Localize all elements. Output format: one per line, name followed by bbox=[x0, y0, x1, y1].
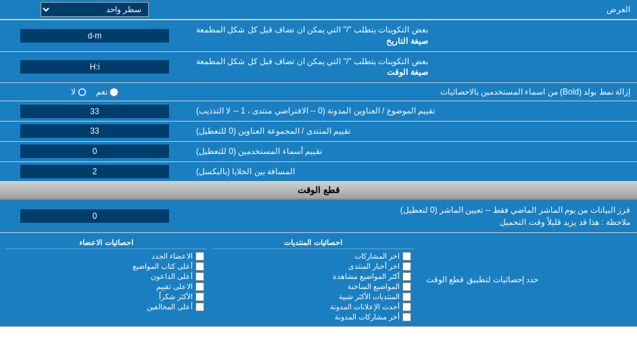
stats-members-label-0[interactable]: الاعضاء الجدد bbox=[151, 252, 193, 261]
stats-members-label-2[interactable]: أعلى الداعون bbox=[151, 272, 193, 281]
time-format-label: بعض التكوينات يتطلب "/" التي يمكن ان تضا… bbox=[189, 52, 637, 83]
stats-members-item-5: أعلى المخالفين bbox=[5, 302, 207, 312]
stats-members-checkbox-1[interactable] bbox=[195, 262, 204, 271]
stats-posts-label-5[interactable]: أحدث الإعلانات المدونة bbox=[330, 303, 400, 311]
forum-topic-align-input-wrap bbox=[0, 101, 189, 121]
stats-members-item-0: الاعضاء الجدد bbox=[5, 251, 207, 261]
cell-spacing-row: المسافة بين الخلايا (بالبكسل) bbox=[0, 162, 637, 182]
forum-topic-align-input[interactable] bbox=[20, 105, 169, 118]
stats-posts-item-0: اخر المشاركات bbox=[212, 251, 414, 261]
cell-spacing-label: المسافة بين الخلايا (بالبكسل) bbox=[189, 162, 637, 182]
forum-group-align-row: تقييم المنتدى / المجموعة العناوين (0 للت… bbox=[0, 122, 637, 142]
bold-remove-options: نعم لا bbox=[0, 84, 189, 99]
stats-posts-label-4[interactable]: المنتديات الأكثر شبية bbox=[339, 292, 400, 301]
stats-posts-checkbox-4[interactable] bbox=[402, 292, 411, 301]
stats-posts-item-5: أحدث الإعلانات المدونة bbox=[212, 302, 414, 312]
bold-remove-row: إزالة نمط بولد (Bold) من اسماء المستخدمي… bbox=[0, 83, 637, 101]
stats-members-checkbox-3[interactable] bbox=[195, 282, 204, 291]
stats-grid: احصائيات المنتديات اخر المشاركات اخر أخب… bbox=[5, 237, 414, 322]
time-cutoff-input-wrap bbox=[0, 200, 189, 232]
bold-remove-yes-label[interactable]: نعم bbox=[96, 87, 118, 97]
date-format-input-wrap bbox=[0, 20, 189, 51]
stats-members-checkbox-0[interactable] bbox=[195, 252, 204, 261]
time-format-input[interactable] bbox=[20, 60, 169, 74]
usernames-align-label: تقييم أسماء المستخدمين (0 للتعطيل) bbox=[189, 142, 637, 161]
stats-posts-checkbox-3[interactable] bbox=[402, 282, 411, 291]
usernames-align-input-wrap bbox=[0, 142, 189, 161]
stats-posts-checkbox-2[interactable] bbox=[402, 272, 411, 281]
time-cutoff-section-header: قطع الوقت bbox=[0, 182, 637, 200]
forum-topic-align-label: تقييم الموضوع / العناوين المدونة (0 -- ا… bbox=[189, 101, 637, 121]
stats-members-item-4: الأكثر شكراً bbox=[5, 292, 207, 302]
bold-remove-yes-radio[interactable] bbox=[110, 88, 118, 97]
stats-posts-item-6: أخر مشاركات المدونة bbox=[212, 312, 414, 322]
stats-posts-checkbox-6[interactable] bbox=[402, 313, 411, 321]
stats-members-item-1: أعلى كتاب المواضيع bbox=[5, 261, 207, 271]
display-label: العرض bbox=[189, 1, 637, 18]
bold-remove-label: إزالة نمط بولد (Bold) من اسماء المستخدمي… bbox=[189, 83, 637, 101]
stats-members-item-3: الاعلى تقييم bbox=[5, 282, 207, 292]
stats-posts-label-6[interactable]: أخر مشاركات المدونة bbox=[335, 313, 400, 321]
date-format-row: بعض التكوينات يتطلب "/" التي يمكن ان تضا… bbox=[0, 20, 637, 52]
stats-posts-checkbox-5[interactable] bbox=[402, 303, 411, 311]
stats-section-row: حدد إحصائيات لتطبيق قطع الوقت احصائيات ا… bbox=[0, 233, 637, 327]
display-header-row: العرض سطر واحدسطرانثلاثة أسطر bbox=[0, 0, 637, 20]
time-cutoff-row: فرز البيانات من يوم الماشر الماضي فقط --… bbox=[0, 200, 637, 233]
stats-members-checkbox-4[interactable] bbox=[195, 292, 204, 301]
cell-spacing-input-wrap bbox=[0, 162, 189, 182]
date-format-input[interactable] bbox=[20, 29, 169, 43]
main-container: العرض سطر واحدسطرانثلاثة أسطر بعض التكوي… bbox=[0, 0, 637, 327]
stats-posts-col: احصائيات المنتديات اخر المشاركات اخر أخب… bbox=[212, 237, 414, 322]
stats-members-checkbox-2[interactable] bbox=[195, 272, 204, 281]
time-format-input-wrap bbox=[0, 52, 189, 83]
time-cutoff-input[interactable] bbox=[20, 209, 169, 223]
stats-posts-item-4: المنتديات الأكثر شبية bbox=[212, 292, 414, 302]
stats-posts-item-1: اخر أخبار المنتدى bbox=[212, 261, 414, 271]
time-format-row: بعض التكوينات يتطلب "/" التي يمكن ان تضا… bbox=[0, 52, 637, 84]
cell-spacing-input[interactable] bbox=[20, 165, 169, 178]
stats-grid-container: احصائيات المنتديات اخر المشاركات اخر أخب… bbox=[0, 233, 419, 326]
stats-posts-checkbox-1[interactable] bbox=[402, 262, 411, 271]
usernames-align-input[interactable] bbox=[20, 145, 169, 158]
stats-posts-item-2: أكثر المواضيع مشاهدة bbox=[212, 271, 414, 282]
stats-posts-col-title: احصائيات المنتديات bbox=[212, 237, 414, 249]
stats-members-col-title: احصائيات الاعضاء bbox=[5, 237, 207, 249]
stats-posts-label-2[interactable]: أكثر المواضيع مشاهدة bbox=[333, 272, 400, 281]
bold-remove-no-label[interactable]: لا bbox=[71, 87, 87, 97]
stats-members-label-5[interactable]: أعلى المخالفين bbox=[147, 303, 193, 311]
stats-apply-label: حدد إحصائيات لتطبيق قطع الوقت bbox=[419, 233, 637, 326]
display-select[interactable]: سطر واحدسطرانثلاثة أسطر bbox=[41, 2, 149, 17]
date-format-label: بعض التكوينات يتطلب "/" التي يمكن ان تضا… bbox=[189, 20, 637, 51]
usernames-align-row: تقييم أسماء المستخدمين (0 للتعطيل) bbox=[0, 142, 637, 162]
time-cutoff-label: فرز البيانات من يوم الماشر الماضي فقط --… bbox=[189, 200, 637, 232]
stats-members-label-1[interactable]: أعلى كتاب المواضيع bbox=[133, 262, 193, 271]
stats-posts-label-3[interactable]: المواضيع الساخنة bbox=[348, 282, 400, 291]
stats-posts-checkbox-0[interactable] bbox=[402, 252, 411, 261]
stats-posts-item-3: المواضيع الساخنة bbox=[212, 282, 414, 292]
forum-group-align-label: تقييم المنتدى / المجموعة العناوين (0 للت… bbox=[189, 122, 637, 141]
stats-members-item-2: أعلى الداعون bbox=[5, 271, 207, 282]
display-select-wrap: سطر واحدسطرانثلاثة أسطر bbox=[0, 0, 189, 19]
stats-posts-label-1[interactable]: اخر أخبار المنتدى bbox=[348, 262, 400, 271]
stats-posts-label-0[interactable]: اخر المشاركات bbox=[354, 252, 400, 261]
forum-topic-align-row: تقييم الموضوع / العناوين المدونة (0 -- ا… bbox=[0, 101, 637, 122]
bold-remove-no-radio[interactable] bbox=[78, 88, 87, 97]
stats-members-col: احصائيات الاعضاء الاعضاء الجدد أعلى كتاب… bbox=[5, 237, 207, 322]
stats-members-label-3[interactable]: الاعلى تقييم bbox=[156, 282, 193, 291]
stats-members-label-4[interactable]: الأكثر شكراً bbox=[159, 292, 193, 301]
forum-group-align-input[interactable] bbox=[20, 124, 169, 138]
forum-group-align-input-wrap bbox=[0, 122, 189, 141]
stats-members-checkbox-5[interactable] bbox=[195, 303, 204, 311]
